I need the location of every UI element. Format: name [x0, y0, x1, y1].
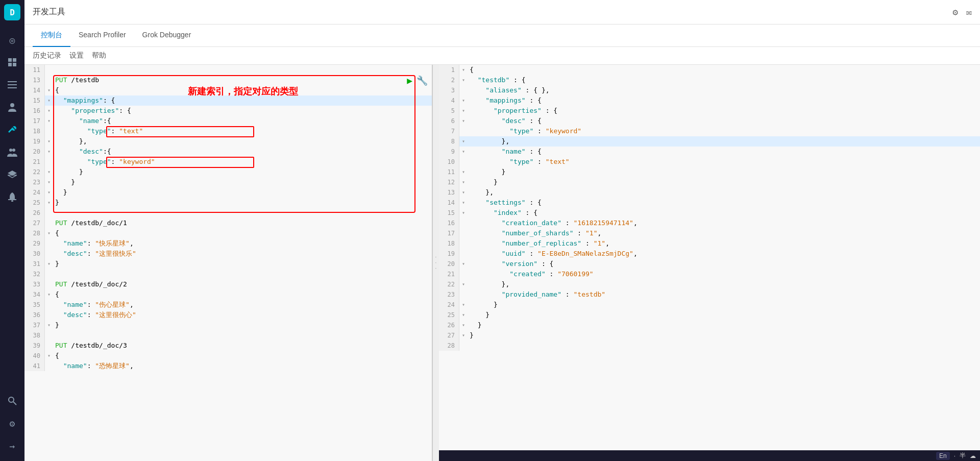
code-line: 1 ▾ {	[439, 65, 980, 75]
settings-btn[interactable]: 设置	[69, 51, 84, 60]
code-line: 36 "desc": "这里很伤心"	[24, 310, 432, 320]
run-button-area: ▶ 🔧	[407, 75, 428, 86]
lang-badge[interactable]: En	[936, 452, 950, 460]
app-logo[interactable]: D	[4, 4, 20, 20]
code-line: 35 "name": "伤心星球",	[24, 300, 432, 310]
svg-rect-1	[13, 58, 16, 62]
tab-grok-debugger[interactable]: Grok Debugger	[134, 25, 200, 47]
code-line: 2 ▾ "testdb" : {	[439, 75, 980, 85]
svg-point-8	[9, 149, 12, 152]
code-line: 25 ▾ }	[439, 310, 980, 320]
svg-rect-2	[8, 63, 12, 66]
tab-console[interactable]: 控制台	[33, 25, 70, 47]
code-line: 16 ▾ "properties": {	[24, 106, 432, 116]
sidebar-icon-list[interactable]	[3, 76, 21, 94]
tab-search-profiler[interactable]: Search Profiler	[70, 25, 134, 47]
code-line: 3 "aliases" : { },	[439, 85, 980, 95]
code-line: 10 "type" : "text"	[439, 157, 980, 167]
help-btn[interactable]: 帮助	[92, 51, 106, 60]
pane-divider[interactable]: ···	[433, 65, 439, 461]
code-line: 19 "uuid" : "E-E8eDn_SMaNelazSmjDCg",	[439, 249, 980, 259]
topbar-icons: ⚙ ✉	[952, 7, 972, 17]
subtoolbar: 历史记录 设置 帮助	[24, 47, 980, 65]
code-line: 31 ▾ }	[24, 259, 432, 269]
code-line: 9 ▾ "name" : {	[439, 147, 980, 157]
code-line: 25 ▾ }	[24, 198, 432, 208]
code-line: 26 ▾ }	[439, 320, 980, 330]
code-line: 28	[439, 341, 980, 351]
sidebar-icon-home[interactable]: ◎	[3, 31, 21, 49]
sidebar-icon-expand[interactable]: →	[3, 436, 21, 455]
svg-rect-4	[8, 81, 17, 82]
code-line: 24 ▾ }	[439, 300, 980, 310]
left-editor-pane: 新建索引，指定对应的类型 ▶ 🔧 11 13 PUT /testdb	[24, 65, 433, 461]
right-editor-pane: 1 ▾ { 2 ▾ "testdb" : { 3 "aliases" : { }…	[439, 65, 980, 461]
settings-icon[interactable]: ⚙	[952, 7, 958, 17]
code-line: 11 ▾ }	[439, 167, 980, 177]
code-line: 39 PUT /testdb/_doc/3	[24, 341, 432, 351]
code-line: 37 ▾ }	[24, 320, 432, 330]
editor-area: 新建索引，指定对应的类型 ▶ 🔧 11 13 PUT /testdb	[24, 65, 980, 461]
code-line: 27 PUT /testdb/_doc/1	[24, 218, 432, 228]
code-line: 22 ▾ }	[24, 167, 432, 177]
code-line: 23 ▾ }	[24, 177, 432, 187]
svg-point-7	[10, 103, 14, 107]
right-code-editor[interactable]: 1 ▾ { 2 ▾ "testdb" : { 3 "aliases" : { }…	[439, 65, 980, 450]
code-line: 27 ▾ }	[439, 330, 980, 341]
run-button[interactable]: ▶	[407, 75, 412, 86]
code-line: 24 ▾ }	[24, 187, 432, 198]
code-line: 29 "name": "快乐星球",	[24, 238, 432, 249]
code-line: 15 ▾ "index" : {	[439, 208, 980, 218]
code-line: 18 "type": "text"	[24, 126, 432, 136]
code-line: 7 "type" : "keyword"	[439, 126, 980, 136]
sidebar-icon-dashboard[interactable]	[3, 53, 21, 71]
code-line: 40 ▾ {	[24, 351, 432, 361]
svg-rect-0	[8, 58, 12, 62]
svg-rect-3	[13, 63, 16, 66]
svg-point-9	[12, 149, 15, 152]
sidebar-icon-tools[interactable]	[3, 120, 21, 139]
code-line: 38	[24, 330, 432, 341]
app-title: 开发工具	[33, 7, 65, 17]
mail-icon[interactable]: ✉	[966, 7, 972, 17]
code-line: 17 "number_of_shards" : "1",	[439, 228, 980, 238]
svg-point-12	[11, 200, 13, 202]
code-line: 34 ▾ {	[24, 289, 432, 300]
code-line: 28 ▾ {	[24, 228, 432, 238]
half-width-badge[interactable]: 半	[960, 451, 966, 460]
cloud-icon[interactable]: ☁	[970, 452, 976, 459]
sidebar-icon-user[interactable]	[3, 98, 21, 116]
code-line: 23 "provided_name" : "testdb"	[439, 289, 980, 300]
main-tabs: 控制台 Search Profiler Grok Debugger	[24, 25, 980, 47]
wrench-icon[interactable]: 🔧	[416, 75, 428, 86]
dot-separator: ·	[954, 452, 955, 459]
svg-line-14	[13, 402, 16, 405]
code-line: 18 "number_of_replicas" : "1",	[439, 238, 980, 249]
code-line: 16 "creation_date" : "1618215947114",	[439, 218, 980, 228]
svg-rect-5	[8, 84, 17, 85]
code-line: 13 ▾ },	[439, 187, 980, 198]
code-line: 5 ▾ "properties" : {	[439, 106, 980, 116]
code-line: 33 PUT /testdb/_doc/2	[24, 279, 432, 289]
sidebar-icon-layers[interactable]	[3, 165, 21, 184]
code-line: 19 ▾ },	[24, 136, 432, 147]
sidebar-icon-settings[interactable]: ⚙	[3, 414, 21, 432]
sidebar-icon-search[interactable]	[3, 392, 21, 410]
history-btn[interactable]: 历史记录	[33, 51, 61, 60]
code-line: 14 ▾ "settings" : {	[439, 198, 980, 208]
code-line: 21 "type": "keyword"	[24, 157, 432, 167]
code-line: 4 ▾ "mappings" : {	[439, 95, 980, 106]
code-line: 22 ▾ },	[439, 279, 980, 289]
svg-point-13	[9, 397, 14, 402]
code-line: 12 ▾ }	[439, 177, 980, 187]
code-line: 17 ▾ "name":{	[24, 116, 432, 126]
code-line: 32	[24, 269, 432, 279]
code-line: 6 ▾ "desc" : {	[439, 116, 980, 126]
code-line: 11	[24, 65, 432, 75]
sidebar-icon-people[interactable]	[3, 143, 21, 161]
code-line: 15 ▾ "mappings": {	[24, 95, 432, 106]
code-line: 21 "created" : "7060199"	[439, 269, 980, 279]
left-code-editor[interactable]: 新建索引，指定对应的类型 ▶ 🔧 11 13 PUT /testdb	[24, 65, 432, 461]
code-line: 30 "desc": "这里很快乐"	[24, 249, 432, 259]
sidebar-icon-bell[interactable]	[3, 188, 21, 206]
